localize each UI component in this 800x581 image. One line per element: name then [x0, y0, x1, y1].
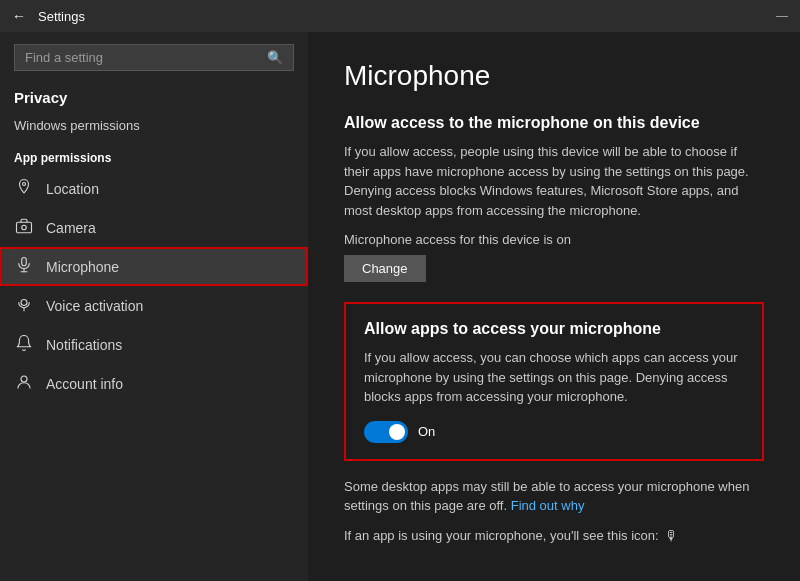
app-body: 🔍 Privacy Windows permissions App permis… — [0, 32, 800, 581]
device-access-description: If you allow access, people using this d… — [344, 142, 764, 220]
microphone-label: Microphone — [46, 259, 119, 275]
svg-rect-1 — [17, 222, 32, 233]
toggle-knob — [389, 424, 405, 440]
account-info-label: Account info — [46, 376, 123, 392]
sidebar-item-voice-activation[interactable]: Voice activation — [0, 286, 308, 325]
page-title: Microphone — [344, 60, 764, 92]
sidebar-item-camera[interactable]: Camera — [0, 208, 308, 247]
svg-rect-3 — [22, 258, 27, 266]
change-button[interactable]: Change — [344, 255, 426, 282]
app-permissions-label: App permissions — [0, 141, 308, 169]
windows-permissions-item[interactable]: Windows permissions — [0, 110, 308, 141]
camera-icon — [14, 217, 34, 238]
notifications-label: Notifications — [46, 337, 122, 353]
title-bar-title: Settings — [38, 9, 85, 24]
find-out-link[interactable]: Find out why — [511, 498, 585, 513]
account-icon — [14, 373, 34, 394]
microphone-toggle[interactable] — [364, 421, 408, 443]
app-access-heading: Allow apps to access your microphone — [364, 320, 744, 338]
svg-point-2 — [22, 225, 27, 230]
window-controls: — — [776, 10, 788, 22]
voice-icon — [14, 295, 34, 316]
device-status-text: Microphone access for this device is on — [344, 232, 764, 247]
minimize-button[interactable]: — — [776, 10, 788, 22]
app-access-box: Allow apps to access your microphone If … — [344, 302, 764, 461]
sidebar: 🔍 Privacy Windows permissions App permis… — [0, 32, 308, 581]
notifications-icon — [14, 334, 34, 355]
app-access-description: If you allow access, you can choose whic… — [364, 348, 744, 407]
location-icon — [14, 178, 34, 199]
toggle-state-label: On — [418, 424, 435, 439]
back-button[interactable]: ← — [12, 8, 26, 24]
sidebar-item-microphone[interactable]: Microphone — [0, 247, 308, 286]
bottom-note-1: Some desktop apps may still be able to a… — [344, 477, 764, 516]
svg-point-6 — [21, 300, 27, 306]
search-input[interactable] — [25, 50, 267, 65]
bottom-note-2: If an app is using your microphone, you'… — [344, 526, 764, 547]
svg-point-8 — [21, 376, 27, 382]
search-box[interactable]: 🔍 — [14, 44, 294, 71]
camera-label: Camera — [46, 220, 96, 236]
main-content: Microphone Allow access to the microphon… — [308, 32, 800, 581]
sidebar-item-location[interactable]: Location — [0, 169, 308, 208]
svg-point-0 — [23, 183, 26, 186]
microphone-indicator-icon: 🎙 — [665, 526, 679, 547]
privacy-section-label: Privacy — [0, 79, 308, 110]
sidebar-item-notifications[interactable]: Notifications — [0, 325, 308, 364]
device-access-heading: Allow access to the microphone on this d… — [344, 114, 764, 132]
title-bar: ← Settings — — [0, 0, 800, 32]
search-icon: 🔍 — [267, 50, 283, 65]
toggle-row: On — [364, 421, 744, 443]
voice-activation-label: Voice activation — [46, 298, 143, 314]
sidebar-item-account-info[interactable]: Account info — [0, 364, 308, 403]
microphone-icon — [14, 256, 34, 277]
location-label: Location — [46, 181, 99, 197]
